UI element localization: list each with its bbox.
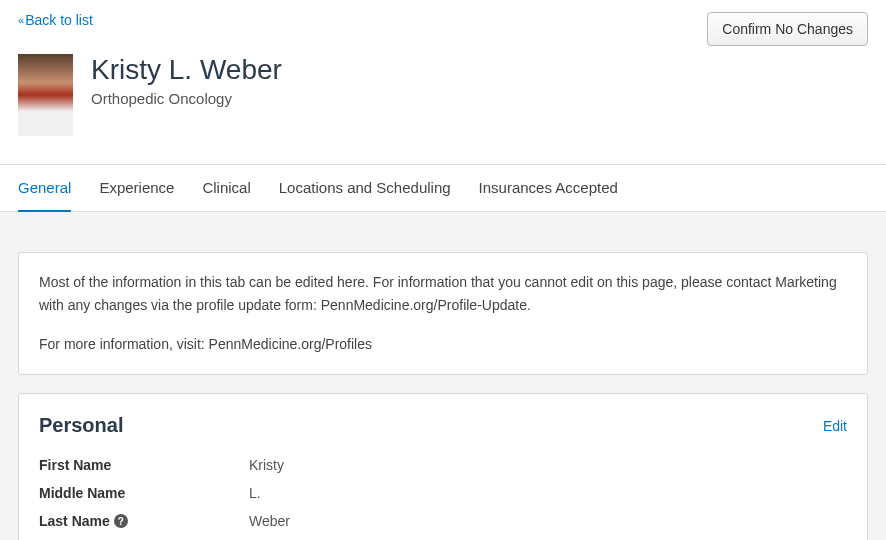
info-notice: Most of the information in this tab can …: [18, 252, 868, 375]
field-label: Middle Name: [39, 485, 249, 501]
tab-clinical[interactable]: Clinical: [202, 165, 250, 212]
field-first-name: First Name Kristy: [39, 457, 847, 473]
tab-content: Most of the information in this tab can …: [0, 212, 886, 540]
profile-header: Kristy L. Weber Orthopedic Oncology: [0, 46, 886, 164]
back-to-list-link[interactable]: « Back to list: [18, 12, 93, 28]
personal-panel: Personal Edit First Name Kristy Middle N…: [18, 393, 868, 540]
field-value: L.: [249, 485, 261, 501]
profile-specialty: Orthopedic Oncology: [91, 90, 282, 107]
profile-name: Kristy L. Weber: [91, 54, 282, 86]
chevron-left-double-icon: «: [18, 14, 21, 26]
profile-avatar: [18, 54, 73, 136]
field-middle-name: Middle Name L.: [39, 485, 847, 501]
field-value: Weber: [249, 513, 290, 529]
field-label: Last Name ?: [39, 513, 249, 529]
edit-personal-link[interactable]: Edit: [823, 418, 847, 434]
tab-locations-scheduling[interactable]: Locations and Scheduling: [279, 165, 451, 212]
info-notice-line1: Most of the information in this tab can …: [39, 271, 847, 317]
help-icon[interactable]: ?: [114, 514, 128, 528]
field-last-name: Last Name ? Weber: [39, 513, 847, 529]
tab-insurances-accepted[interactable]: Insurances Accepted: [479, 165, 618, 212]
tab-general[interactable]: General: [18, 165, 71, 212]
field-value: Kristy: [249, 457, 284, 473]
info-notice-line2: For more information, visit: PennMedicin…: [39, 333, 847, 356]
tab-experience[interactable]: Experience: [99, 165, 174, 212]
confirm-no-changes-button[interactable]: Confirm No Changes: [707, 12, 868, 46]
field-label: First Name: [39, 457, 249, 473]
personal-title: Personal: [39, 414, 123, 437]
back-link-label: Back to list: [25, 12, 93, 28]
tabs: General Experience Clinical Locations an…: [0, 164, 886, 212]
